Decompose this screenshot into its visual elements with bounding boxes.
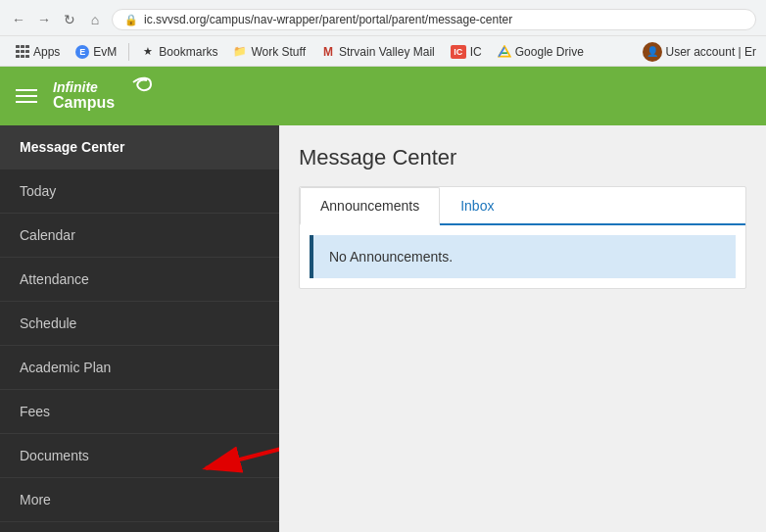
folder-icon: 📁 bbox=[233, 45, 247, 59]
home-button[interactable]: ⌂ bbox=[86, 11, 104, 28]
infinite-campus-logo: Infinite Campus bbox=[53, 74, 180, 118]
google-drive-label: Google Drive bbox=[515, 45, 584, 59]
sidebar-item-academic-plan[interactable]: Academic Plan bbox=[0, 346, 279, 390]
browser-nav: ← → ↻ ⌂ 🔒 ic.svvsd.org/campus/nav-wrappe… bbox=[0, 0, 766, 35]
star-icon: ★ bbox=[141, 45, 155, 59]
url-text: ic.svvsd.org/campus/nav-wrapper/parent/p… bbox=[144, 13, 512, 26]
bookmarks-bar: Apps E EvM ★ Bookmarks 📁 Work Stuff M St… bbox=[0, 35, 766, 67]
mail-icon: M bbox=[321, 45, 335, 59]
arrow-container: More bbox=[0, 478, 279, 522]
evm-label: EvM bbox=[93, 45, 117, 59]
work-stuff-label: Work Stuff bbox=[251, 45, 306, 59]
user-avatar: 👤 bbox=[643, 42, 662, 62]
no-announcements-banner: No Announcements. bbox=[310, 235, 736, 278]
sidebar-item-documents[interactable]: Documents bbox=[0, 434, 279, 478]
bookmark-work-stuff[interactable]: 📁 Work Stuff bbox=[227, 43, 311, 61]
drive-icon bbox=[498, 45, 511, 59]
bookmark-ic[interactable]: IC IC bbox=[445, 43, 488, 61]
sidebar: Message Center Today Calendar Attendance… bbox=[0, 125, 279, 532]
stvrain-mail-label: Strvain Valley Mail bbox=[339, 45, 435, 59]
browser-chrome: ← → ↻ ⌂ 🔒 ic.svvsd.org/campus/nav-wrappe… bbox=[0, 0, 766, 67]
bookmarks-label: Bookmarks bbox=[159, 45, 217, 59]
app-wrapper: Infinite Campus Message Center Today Cal… bbox=[0, 67, 766, 532]
sidebar-item-attendance[interactable]: Attendance bbox=[0, 258, 279, 302]
sidebar-item-message-center[interactable]: Message Center bbox=[0, 125, 279, 169]
page-title: Message Center bbox=[299, 145, 746, 170]
sidebar-item-today[interactable]: Today bbox=[0, 169, 279, 214]
user-account[interactable]: 👤 User account | Er bbox=[643, 42, 756, 62]
separator-1 bbox=[128, 43, 129, 61]
user-account-label: User account | Er bbox=[666, 45, 756, 59]
sidebar-item-fees[interactable]: Fees bbox=[0, 390, 279, 434]
apps-grid-icon bbox=[16, 45, 29, 59]
app-header: Infinite Campus bbox=[0, 67, 766, 125]
address-bar[interactable]: 🔒 ic.svvsd.org/campus/nav-wrapper/parent… bbox=[112, 9, 756, 30]
tab-announcements[interactable]: Announcements bbox=[300, 187, 440, 225]
bookmark-stvrain-mail[interactable]: M Strvain Valley Mail bbox=[315, 43, 441, 61]
ic-icon: IC bbox=[451, 45, 466, 59]
lock-icon: 🔒 bbox=[124, 14, 138, 26]
refresh-button[interactable]: ↻ bbox=[61, 11, 78, 28]
evm-icon: E bbox=[75, 45, 89, 59]
tabs-header: Announcements Inbox bbox=[300, 187, 745, 225]
back-button[interactable]: ← bbox=[10, 11, 27, 28]
tabs-container: Announcements Inbox No Announcements. bbox=[299, 186, 746, 289]
tab-inbox[interactable]: Inbox bbox=[440, 187, 514, 225]
sidebar-item-more[interactable]: More bbox=[0, 478, 279, 522]
sidebar-item-schedule[interactable]: Schedule bbox=[0, 302, 279, 346]
bookmark-google-drive[interactable]: Google Drive bbox=[492, 43, 590, 61]
svg-line-3 bbox=[499, 47, 504, 56]
main-layout: Message Center Today Calendar Attendance… bbox=[0, 125, 766, 532]
bookmark-apps[interactable]: Apps bbox=[10, 43, 66, 61]
apps-label: Apps bbox=[33, 45, 60, 59]
main-content: Message Center Announcements Inbox No An… bbox=[279, 125, 766, 532]
svg-text:Infinite: Infinite bbox=[53, 79, 98, 95]
bookmark-evm[interactable]: E EvM bbox=[70, 43, 122, 61]
ic-label: IC bbox=[470, 45, 482, 59]
hamburger-menu[interactable] bbox=[16, 89, 37, 103]
sidebar-item-calendar[interactable]: Calendar bbox=[0, 214, 279, 258]
svg-text:Campus: Campus bbox=[53, 94, 115, 111]
logo-area: Infinite Campus bbox=[53, 74, 180, 118]
bookmark-bookmarks[interactable]: ★ Bookmarks bbox=[135, 43, 223, 61]
forward-button[interactable]: → bbox=[35, 11, 53, 28]
